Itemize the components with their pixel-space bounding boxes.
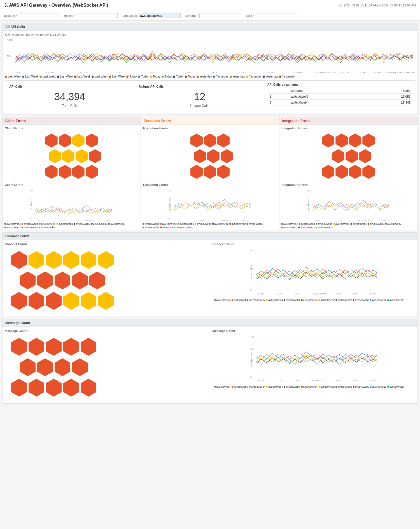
apiname-label: apiname xyxy=(185,14,197,17)
legend-item-19: Yesterday xyxy=(279,75,295,78)
row-apiname: av9so0web2 xyxy=(289,94,365,100)
int-legend-7: av9so0web2 xyxy=(385,223,402,225)
apiname-table: apiname Calls 1 av9so0web2 17,052 2 av9e… xyxy=(267,88,413,106)
svg-text:11:30: 11:30 xyxy=(11,71,20,74)
integration-errors-honeycomb xyxy=(279,132,417,181)
svg-text:18:00: 18:00 xyxy=(199,219,204,221)
hexagon xyxy=(359,149,371,163)
legend-item-18: Yesterday xyxy=(263,75,278,78)
svg-text:00:00 Mar 08: 00:00 Mar 08 xyxy=(83,219,94,221)
mc-hexagon xyxy=(11,379,27,397)
cc-hex-row-1 xyxy=(10,250,115,270)
hexagon xyxy=(86,134,98,148)
int-legend-4: av8eg0web4 xyxy=(333,223,350,225)
svg-text:15:15: 15:15 xyxy=(114,71,122,74)
svg-text:04:00: 04:00 xyxy=(336,292,342,295)
cc-hexagon-yellow xyxy=(63,251,79,269)
filter-namespace: namespace xyxy=(122,13,181,18)
ex-legend-3: av8eg0web4 xyxy=(177,223,194,225)
cc-hexagon-yellow xyxy=(81,251,96,269)
legend-item-2: Last Week xyxy=(22,75,38,78)
mc-hex-row-1 xyxy=(10,337,97,357)
legend-item-11: Today xyxy=(162,75,172,78)
svg-text:07:30: 07:30 xyxy=(353,292,358,295)
svg-text:04:00: 04:00 xyxy=(336,379,342,382)
connect-count-right-title: Connect Count xyxy=(213,242,416,246)
legend-item-12: Today xyxy=(173,75,184,78)
client-errors-chart-title: Client Errors xyxy=(3,125,141,132)
svg-text:07:30: 07:30 xyxy=(353,379,358,382)
svg-text:11:00: 11:00 xyxy=(370,292,376,295)
account-input[interactable] xyxy=(18,13,60,18)
mc-hexagon xyxy=(81,338,96,356)
apiid-input[interactable] xyxy=(255,13,297,18)
hexagon xyxy=(72,165,85,179)
filter-bar: account * region * namespace apiname * a… xyxy=(0,11,420,21)
message-count-honeycomb xyxy=(5,334,208,401)
table-row: 2 av9eg0web4 17,342 xyxy=(267,100,413,106)
svg-text:0: 0 xyxy=(30,217,32,220)
errors-content-row: Client Errors xyxy=(3,125,417,230)
hexagon xyxy=(335,165,348,179)
mc-legend-8: av9so0web2 xyxy=(335,385,352,388)
cc-hexagon xyxy=(11,251,27,269)
svg-text:12:45: 12:45 xyxy=(45,71,54,74)
svg-text:02:30: 02:30 xyxy=(358,71,366,74)
connect-count-left-title: Connect Count xyxy=(5,242,208,246)
mc-legend-6: av8eg0web4 xyxy=(301,385,318,388)
filter-account: account * xyxy=(4,13,60,18)
svg-text:14:00: 14:00 xyxy=(258,292,264,295)
hexagon xyxy=(349,165,361,179)
legend-item-9: Today xyxy=(138,75,149,78)
hexagon xyxy=(349,134,361,148)
message-count-content: Message Count xyxy=(3,327,417,403)
svg-text:Execution Errors: Execution Errors xyxy=(169,198,171,212)
mc-hexagon xyxy=(29,379,44,397)
svg-text:Connect Count: Connect Count xyxy=(250,265,253,280)
ex-legend-2: av8eg0web4 xyxy=(160,223,176,225)
mc-hexagon xyxy=(37,358,53,376)
hexagon xyxy=(194,149,206,163)
svg-text:06:00: 06:00 xyxy=(381,219,386,221)
svg-text:06:00: 06:00 xyxy=(242,219,247,221)
total-calls-label: Total Calls xyxy=(9,104,130,108)
api-calls-title: API Calls xyxy=(9,85,130,88)
namespace-input[interactable] xyxy=(139,13,181,18)
svg-text:21:00: 21:00 xyxy=(294,292,300,295)
message-count-legend: av8eg0web4 av8eg0web4 av8eg0web4 av8eg0w… xyxy=(213,385,416,389)
svg-text:18:00: 18:00 xyxy=(60,219,66,221)
apiname-input[interactable] xyxy=(199,13,241,18)
unique-calls-box: Unique API Calls 12 Unique Calls xyxy=(135,80,265,112)
connect-count-left: Connect Count xyxy=(3,240,210,317)
int-legend-8: av9so0web2 xyxy=(281,226,298,229)
svg-text:10:00: 10:00 xyxy=(410,71,415,74)
hexagon xyxy=(86,165,98,179)
region-input[interactable] xyxy=(76,13,118,18)
cc-legend-5: av8eg0web4 xyxy=(284,299,300,301)
mc-hexagon xyxy=(46,379,62,397)
hexagon xyxy=(59,165,71,179)
mini-legend-6: av9so0web2 xyxy=(91,223,108,225)
cc-hexagon xyxy=(37,271,53,289)
legend-item-16: Yesterday xyxy=(230,75,245,78)
mini-legend-1: av8eg0web4 xyxy=(4,223,21,225)
integration-errors-header: Integration Errors xyxy=(279,117,417,125)
svg-text:100: 100 xyxy=(250,347,254,350)
hexagon xyxy=(346,149,358,163)
int-legend-1: av8eg0web4 xyxy=(281,223,298,225)
hexagon xyxy=(190,134,203,148)
execution-errors-honeycomb xyxy=(141,132,279,181)
connect-count-section: Connect Count Connect Count xyxy=(2,232,418,317)
connect-count-legend: av8eg0web4 av8eg0web4 av8eg0web4 av8eg0w… xyxy=(213,298,416,302)
hexagon xyxy=(190,165,203,179)
svg-text:01:15: 01:15 xyxy=(340,71,349,74)
int-legend-6: av9so0web2 xyxy=(368,223,384,225)
stats-row: API Calls 34,394 Total Calls Unique API … xyxy=(5,80,415,112)
svg-text:00:00 Mar 08: 00:00 Mar 08 xyxy=(358,219,370,221)
ex-hex-row-3 xyxy=(190,164,230,179)
hexagon xyxy=(204,165,216,179)
mc-hexagon xyxy=(11,338,27,356)
client-errors-chart2-title: Client Errors xyxy=(3,181,141,188)
svg-text:06:00: 06:00 xyxy=(104,219,109,221)
all-api-calls-section: All API Calls API Requests (Today, Yeste… xyxy=(2,23,418,115)
